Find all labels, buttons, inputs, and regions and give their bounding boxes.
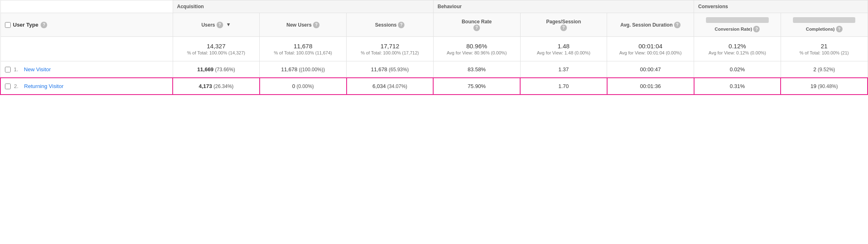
- returning-visitor-checkbox[interactable]: [5, 84, 11, 89]
- totals-completions-cell: 21 % of Total: 100.00% (21): [781, 37, 868, 61]
- behaviour-header: Behaviour: [433, 0, 694, 13]
- bounce-rate-column-header: Bounce Rate ?: [433, 13, 520, 37]
- totals-new-users-cell: 11,678 % of Total: 100.03% (11,674): [260, 37, 347, 61]
- sort-icon[interactable]: ▼: [226, 22, 231, 27]
- pages-session-column-header: Pages/Session ?: [520, 13, 607, 37]
- conv-rate-help-icon[interactable]: ?: [753, 26, 760, 32]
- avg-session-help-icon[interactable]: ?: [674, 22, 681, 28]
- new-visitor-users-cell: 11,669 (73.66%): [173, 61, 260, 78]
- sessions-column-header: Sessions ?: [347, 13, 434, 37]
- sessions-help-icon[interactable]: ?: [398, 22, 404, 28]
- returning-visitor-new-users-cell: 0 (0.00%): [260, 78, 347, 95]
- empty-corner: [0, 0, 173, 13]
- new-visitor-conv-rate-cell: 0.02%: [694, 61, 781, 78]
- totals-bounce-cell: 80.96% Avg for View: 80.96% (0.00%): [433, 37, 520, 61]
- bounce-rate-help-icon[interactable]: ?: [473, 25, 480, 31]
- new-visitor-link[interactable]: New Visitor: [24, 66, 51, 72]
- conv-rate-column-header: Conversion Rate) ?: [694, 13, 781, 37]
- user-type-header: User Type ?: [0, 13, 173, 37]
- returning-visitor-completions-cell: 19 (90.48%): [781, 78, 868, 95]
- totals-pages-cell: 1.48 Avg for View: 1.48 (0.00%): [520, 37, 607, 61]
- totals-users-cell: 14,327 % of Total: 100.00% (14,327): [173, 37, 260, 61]
- totals-row: 14,327 % of Total: 100.00% (14,327) 11,6…: [0, 37, 868, 61]
- completions-help-icon[interactable]: ?: [836, 26, 843, 32]
- totals-conv-rate-cell: 0.12% Avg for View: 0.12% (0.00%): [694, 37, 781, 61]
- users-help-icon[interactable]: ?: [217, 22, 223, 28]
- new-visitor-checkbox[interactable]: [5, 67, 11, 72]
- totals-label-cell: [0, 37, 173, 61]
- returning-visitor-users-cell: 4,173 (26.34%): [173, 78, 260, 95]
- column-header-row: User Type ? Users ? ▼ New Users ? Sessio…: [0, 13, 868, 37]
- new-users-column-header: New Users ?: [260, 13, 347, 37]
- new-visitor-new-users-cell: 11,678 ((100.00%)): [260, 61, 347, 78]
- table-row: 1. New Visitor 11,669 (73.66%) 11,678 ((…: [0, 61, 868, 78]
- returning-visitor-sessions-cell: 6,034 (34.07%): [347, 78, 434, 95]
- analytics-table: Acquisition Behaviour Conversions User T…: [0, 0, 868, 95]
- avg-session-column-header: Avg. Session Duration ?: [607, 13, 694, 37]
- new-visitor-label-cell: 1. New Visitor: [0, 61, 173, 78]
- user-type-help-icon[interactable]: ?: [41, 22, 47, 28]
- returning-visitor-conv-rate-cell: 0.31%: [694, 78, 781, 95]
- returning-visitor-label-cell: 2. Returning Visitor: [0, 78, 173, 95]
- select-all-checkbox[interactable]: [5, 22, 11, 28]
- group-header-row: Acquisition Behaviour Conversions: [0, 0, 868, 13]
- new-visitor-pages-cell: 1.37: [520, 61, 607, 78]
- returning-visitor-pages-cell: 1.70: [520, 78, 607, 95]
- completions-column-header: Completions) ?: [781, 13, 868, 37]
- returning-visitor-link[interactable]: Returning Visitor: [24, 83, 64, 89]
- totals-sessions-cell: 17,712 % of Total: 100.00% (17,712): [347, 37, 434, 61]
- new-users-help-icon[interactable]: ?: [313, 22, 320, 28]
- new-visitor-avg-session-cell: 00:00:47: [607, 61, 694, 78]
- returning-visitor-avg-session-cell: 00:01:36: [607, 78, 694, 95]
- returning-visitor-row: 2. Returning Visitor 4,173 (26.34%) 0 (0…: [0, 78, 868, 95]
- new-visitor-sessions-cell: 11,678 (65.93%): [347, 61, 434, 78]
- new-visitor-completions-cell: 2 (9.52%): [781, 61, 868, 78]
- acquisition-header: Acquisition: [173, 0, 433, 13]
- conversions-header: Conversions: [694, 0, 868, 13]
- new-visitor-bounce-cell: 83.58%: [433, 61, 520, 78]
- totals-avg-session-cell: 00:01:04 Avg for View: 00:01:04 (0.00%): [607, 37, 694, 61]
- users-column-header: Users ? ▼: [173, 13, 260, 37]
- returning-visitor-bounce-cell: 75.90%: [433, 78, 520, 95]
- pages-session-help-icon[interactable]: ?: [560, 25, 567, 31]
